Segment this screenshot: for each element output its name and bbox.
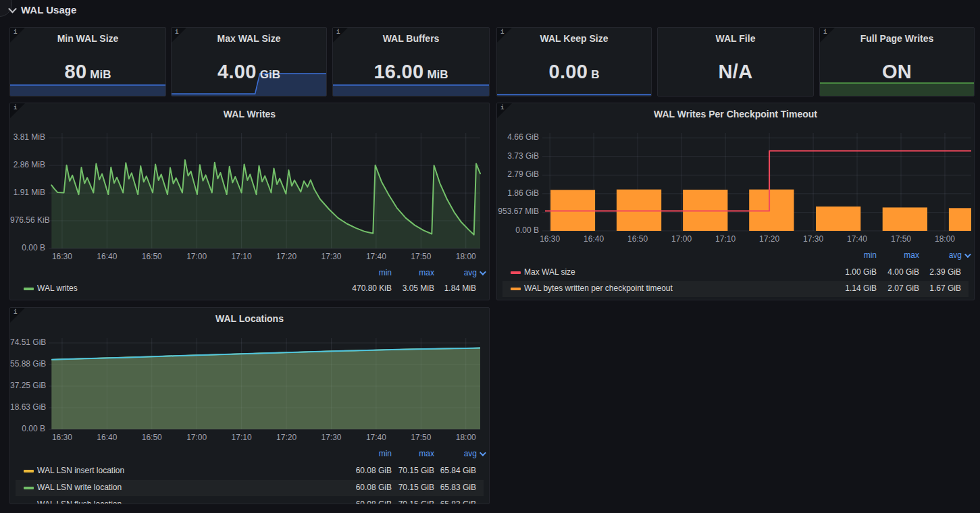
checkpoint-bar[interactable] — [749, 190, 794, 231]
info-icon[interactable]: i — [14, 28, 17, 35]
info-corner — [10, 308, 25, 323]
stat-panel-full-page-writes: iFull Page WritesON — [819, 27, 975, 97]
section-title: WAL Usage — [21, 4, 76, 16]
stat-value: 80 — [64, 61, 86, 82]
stat-title[interactable]: WAL Buffers — [349, 33, 473, 44]
stat-value: 0.00 — [549, 61, 588, 82]
chart-title[interactable]: WAL Writes — [26, 109, 473, 119]
info-icon[interactable]: i — [175, 28, 178, 35]
sparkline-fill — [333, 85, 489, 96]
stat-value-line: 80MiB — [10, 61, 165, 83]
checkpoint-bar[interactable] — [883, 207, 927, 231]
stat-value-line: N/A — [658, 61, 813, 83]
chart-panel-locations: iWAL Locations0.00 B18.63 GiB37.25 GiB55… — [9, 307, 490, 504]
chart-canvas-locations — [10, 308, 490, 504]
info-icon[interactable]: i — [336, 28, 340, 35]
stat-value: N/A — [719, 61, 753, 82]
chart-panel-checkpoint: iWAL Writes Per Checkpoint Timeout0.00 B… — [496, 103, 975, 300]
info-icon[interactable]: i — [14, 104, 17, 111]
stat-value-line: ON — [820, 61, 974, 83]
stat-unit: MiB — [90, 68, 111, 81]
info-corner — [497, 28, 512, 43]
info-icon[interactable]: i — [500, 28, 504, 35]
checkpoint-bar[interactable] — [949, 208, 971, 231]
chart-panel-wal_writes: iWAL Writes0.00 B976.56 KiB1.91 MiB2.86 … — [9, 103, 490, 300]
chart-canvas-wal_writes — [10, 103, 490, 300]
stat-title[interactable]: Full Page Writes — [836, 33, 958, 44]
stat-value: 4.00 — [217, 61, 257, 82]
info-icon[interactable]: i — [14, 308, 17, 315]
row-header-wal-usage[interactable]: WAL Usage — [9, 4, 76, 16]
stat-panel-max-wal-size: iMax WAL Size4.00GiB — [171, 27, 327, 97]
sparkline-fill — [10, 85, 165, 96]
info-corner — [497, 103, 512, 118]
info-icon[interactable]: i — [500, 104, 504, 111]
stat-unit: MiB — [427, 68, 448, 81]
stat-panel-wal-buffers: iWAL Buffers16.00MiB — [332, 27, 490, 97]
stat-title[interactable]: WAL Keep Size — [513, 33, 635, 44]
wal-usage-dashboard: WAL Usage iMin WAL Size80MiBiMax WAL Siz… — [0, 0, 980, 513]
wal-writes-area — [51, 160, 480, 248]
chart-canvas-checkpoint — [497, 103, 975, 300]
stat-value: 16.00 — [373, 61, 423, 82]
stat-title[interactable]: Max WAL Size — [188, 33, 310, 44]
chart-title[interactable]: WAL Writes Per Checkpoint Timeout — [513, 109, 958, 119]
info-corner — [820, 28, 835, 43]
stat-title[interactable]: WAL File — [674, 33, 797, 44]
stat-title[interactable]: Min WAL Size — [26, 33, 149, 44]
chart-title[interactable]: WAL Locations — [26, 313, 473, 324]
locations-area — [51, 348, 480, 430]
sparkline-fill — [820, 83, 974, 96]
stat-unit: B — [591, 68, 599, 81]
stat-value-line: 16.00MiB — [333, 61, 489, 83]
stat-panel-min-wal-size: iMin WAL Size80MiB — [9, 27, 166, 97]
info-corner — [172, 28, 186, 43]
stat-panel-wal-keep-size: iWAL Keep Size0.00B — [496, 27, 652, 97]
info-corner — [10, 103, 25, 118]
checkpoint-bar[interactable] — [816, 207, 860, 231]
chevron-down-icon — [8, 5, 17, 14]
stat-value: ON — [882, 61, 912, 82]
stat-value-line: 4.00GiB — [172, 61, 326, 83]
info-corner — [333, 28, 348, 43]
checkpoint-bar[interactable] — [617, 190, 661, 231]
stat-panel-wal-file: WAL FileN/A — [657, 27, 814, 97]
stat-unit: GiB — [260, 68, 280, 81]
info-corner — [10, 28, 25, 43]
info-icon[interactable]: i — [823, 28, 827, 35]
stat-value-line: 0.00B — [497, 61, 651, 83]
legend-series-swatch — [24, 504, 34, 504]
